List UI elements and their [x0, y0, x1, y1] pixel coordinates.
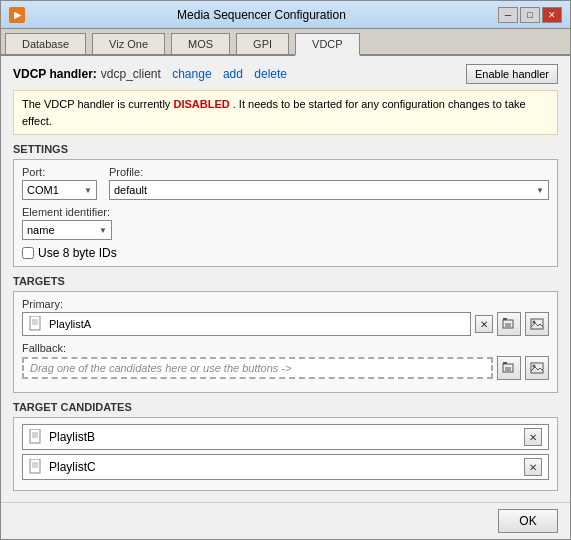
warning-box: The VDCP handler is currently DISABLED .…	[13, 90, 558, 135]
primary-label: Primary:	[22, 298, 549, 310]
main-window: ▶ Media Sequencer Configuration ─ □ ✕ Da…	[0, 0, 571, 540]
fallback-placeholder: Drag one of the candidates here or use t…	[30, 362, 291, 374]
ok-button[interactable]: OK	[498, 509, 558, 533]
use-8byte-checkbox[interactable]	[22, 247, 34, 259]
close-button[interactable]: ✕	[542, 7, 562, 23]
tab-viz-one[interactable]: Viz One	[92, 33, 165, 54]
handler-separator	[165, 67, 168, 81]
port-profile-row: Port: COM1 ▼ Profile: default ▼	[22, 166, 549, 200]
handler-name: vdcp_client	[101, 67, 161, 81]
svg-rect-20	[30, 459, 40, 473]
use-8byte-row: Use 8 byte IDs	[22, 246, 549, 260]
add-link[interactable]: add	[223, 67, 243, 81]
title-bar: ▶ Media Sequencer Configuration ─ □ ✕	[1, 1, 570, 29]
list-item: PlaylistC ✕	[22, 454, 549, 480]
handler-label: VDCP handler:	[13, 67, 97, 81]
tab-vdcp[interactable]: VDCP	[295, 33, 360, 56]
restore-button[interactable]: □	[520, 7, 540, 23]
change-link[interactable]: change	[172, 67, 211, 81]
disabled-badge: DISABLED	[173, 98, 229, 110]
target-candidates-label: TARGET CANDIDATES	[13, 401, 558, 413]
svg-rect-5	[503, 318, 507, 320]
content-area: VDCP handler: vdcp_client change add del…	[1, 56, 570, 502]
svg-rect-14	[531, 363, 543, 373]
candidate-2-left: PlaylistC	[29, 459, 96, 475]
port-label: Port:	[22, 166, 97, 178]
port-value: COM1	[27, 184, 59, 196]
list-item: PlaylistB ✕	[22, 424, 549, 450]
fallback-image-button[interactable]	[525, 356, 549, 380]
primary-value: PlaylistA	[49, 318, 91, 330]
fallback-input[interactable]: Drag one of the candidates here or use t…	[22, 357, 493, 379]
primary-input[interactable]: PlaylistA	[22, 312, 471, 336]
element-id-value: name	[27, 224, 55, 236]
candidate-1-name: PlaylistB	[49, 430, 95, 444]
enable-handler-button[interactable]: Enable handler	[466, 64, 558, 84]
primary-doc-icon	[29, 316, 43, 332]
window-controls: ─ □ ✕	[498, 7, 562, 23]
target-candidates-panel: PlaylistB ✕ PlaylistC ✕	[13, 417, 558, 491]
fallback-browse-button[interactable]	[497, 356, 521, 380]
settings-panel: Port: COM1 ▼ Profile: default ▼	[13, 159, 558, 267]
browse-icon	[502, 317, 516, 331]
svg-rect-16	[30, 429, 40, 443]
fallback-image-icon	[530, 361, 544, 375]
targets-label: TARGETS	[13, 275, 558, 287]
primary-field-row: PlaylistA ✕	[22, 312, 549, 336]
tab-mos[interactable]: MOS	[171, 33, 230, 54]
candidate-1-doc-icon	[29, 429, 43, 445]
primary-browse-button[interactable]	[497, 312, 521, 336]
warning-prefix: The VDCP handler is currently	[22, 98, 170, 110]
profile-label: Profile:	[109, 166, 549, 178]
svg-rect-0	[30, 316, 40, 330]
fallback-browse-icon	[502, 361, 516, 375]
use-8byte-label: Use 8 byte IDs	[38, 246, 117, 260]
port-select[interactable]: COM1 ▼	[22, 180, 97, 200]
port-field-group: Port: COM1 ▼	[22, 166, 97, 200]
window-title: Media Sequencer Configuration	[25, 8, 498, 22]
targets-panel: Primary: PlaylistA ✕	[13, 291, 558, 393]
element-id-label: Element identifier:	[22, 206, 112, 218]
tab-database[interactable]: Database	[5, 33, 86, 54]
element-id-row: Element identifier: name ▼	[22, 206, 549, 240]
profile-select[interactable]: default ▼	[109, 180, 549, 200]
profile-field-group: Profile: default ▼	[109, 166, 549, 200]
tab-gpi[interactable]: GPI	[236, 33, 289, 54]
minimize-button[interactable]: ─	[498, 7, 518, 23]
candidate-2-doc-icon	[29, 459, 43, 475]
element-id-group: Element identifier: name ▼	[22, 206, 112, 240]
profile-dropdown-arrow: ▼	[536, 186, 544, 195]
primary-clear-button[interactable]: ✕	[475, 315, 493, 333]
fallback-row: Fallback: Drag one of the candidates her…	[22, 342, 549, 380]
image-icon	[530, 317, 544, 331]
candidate-1-remove-button[interactable]: ✕	[524, 428, 542, 446]
handler-info: VDCP handler: vdcp_client change add del…	[13, 67, 287, 81]
profile-value: default	[114, 184, 147, 196]
handler-row: VDCP handler: vdcp_client change add del…	[13, 64, 558, 84]
footer: OK	[1, 502, 570, 539]
fallback-label: Fallback:	[22, 342, 549, 354]
delete-link[interactable]: delete	[254, 67, 287, 81]
element-id-select[interactable]: name ▼	[22, 220, 112, 240]
element-id-dropdown-arrow: ▼	[99, 226, 107, 235]
primary-image-button[interactable]	[525, 312, 549, 336]
port-dropdown-arrow: ▼	[84, 186, 92, 195]
tab-bar: Database Viz One MOS GPI VDCP	[1, 29, 570, 56]
candidate-2-remove-button[interactable]: ✕	[524, 458, 542, 476]
svg-rect-11	[503, 362, 507, 364]
primary-row: Primary: PlaylistA ✕	[22, 298, 549, 336]
candidate-1-left: PlaylistB	[29, 429, 95, 445]
app-icon: ▶	[9, 7, 25, 23]
candidate-2-name: PlaylistC	[49, 460, 96, 474]
settings-label: SETTINGS	[13, 143, 558, 155]
fallback-field-row: Drag one of the candidates here or use t…	[22, 356, 549, 380]
svg-rect-8	[531, 319, 543, 329]
